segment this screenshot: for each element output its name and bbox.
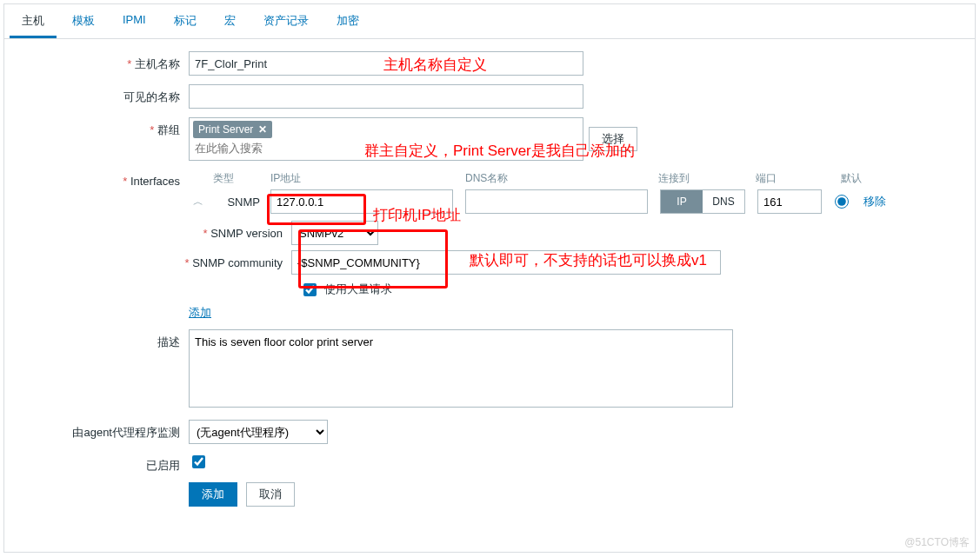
label-visible-name: 可见的名称	[4, 84, 189, 105]
interface-port-input[interactable]	[757, 189, 822, 214]
interface-remove-link[interactable]: 移除	[863, 194, 886, 209]
interface-row: ︿ SNMP IP DNS 移除	[189, 187, 886, 216]
tab-template[interactable]: 模板	[60, 4, 107, 38]
tab-host[interactable]: 主机	[10, 4, 57, 38]
tab-tags[interactable]: 标记	[162, 4, 209, 38]
label-interfaces: Interfaces	[4, 169, 189, 188]
interfaces-header: 类型 IP地址 DNS名称 连接到 端口 默认	[189, 169, 870, 187]
groups-multiselect[interactable]: Print Server ✕	[189, 117, 583, 161]
groups-search-input[interactable]	[193, 138, 579, 157]
host-name-input[interactable]	[189, 51, 583, 76]
snmp-community-input[interactable]	[291, 250, 721, 275]
label-host-name: 主机名称	[4, 51, 189, 72]
connect-to-segment: IP DNS	[660, 189, 745, 214]
col-default: 默认	[832, 171, 870, 186]
bulk-label: 使用大量请求	[324, 282, 392, 297]
description-textarea[interactable]: This is seven floor color print server	[189, 329, 733, 408]
interface-ip-input[interactable]	[270, 189, 453, 214]
submit-add-button[interactable]: 添加	[189, 482, 237, 507]
label-agent-monitor: 由agent代理程序监测	[4, 420, 189, 441]
chevron-up-icon[interactable]: ︿	[189, 195, 208, 209]
connect-ip-option[interactable]: IP	[661, 190, 703, 213]
col-port: 端口	[756, 171, 832, 186]
group-chip[interactable]: Print Server ✕	[193, 121, 272, 138]
tab-ipmi[interactable]: IPMI	[110, 4, 158, 38]
col-connect: 连接到	[658, 171, 756, 186]
interface-dns-input[interactable]	[465, 189, 648, 214]
group-chip-label: Print Server	[198, 123, 253, 136]
col-ip: IP地址	[270, 171, 465, 186]
interface-type: SNMP	[208, 196, 270, 209]
label-groups: 群组	[4, 117, 189, 138]
tab-assets[interactable]: 资产记录	[251, 4, 321, 38]
agent-proxy-select[interactable]: (无agent代理程序)	[189, 420, 328, 444]
col-type: 类型	[189, 171, 270, 186]
watermark: @51CTO博客	[904, 535, 970, 550]
cancel-button[interactable]: 取消	[246, 482, 295, 507]
label-enabled: 已启用	[4, 453, 189, 474]
label-snmp-version: SNMP version	[4, 227, 291, 240]
tabs-bar: 主机 模板 IPMI 标记 宏 资产记录 加密	[4, 4, 975, 39]
col-dns: DNS名称	[465, 171, 658, 186]
tab-macros[interactable]: 宏	[212, 4, 248, 38]
tab-encrypt[interactable]: 加密	[324, 4, 371, 38]
group-chip-remove-icon[interactable]: ✕	[258, 123, 267, 136]
bulk-checkbox[interactable]	[303, 283, 317, 296]
enabled-checkbox[interactable]	[192, 455, 205, 468]
groups-select-button[interactable]: 选择	[589, 127, 637, 151]
snmp-version-select[interactable]: SNMPv2	[291, 221, 378, 245]
connect-dns-option[interactable]: DNS	[703, 190, 744, 213]
interface-default-radio[interactable]	[835, 195, 849, 209]
label-description: 描述	[4, 329, 189, 350]
visible-name-input[interactable]	[189, 84, 583, 109]
add-interface-link[interactable]: 添加	[189, 305, 211, 321]
label-snmp-community: SNMP community	[4, 256, 291, 269]
